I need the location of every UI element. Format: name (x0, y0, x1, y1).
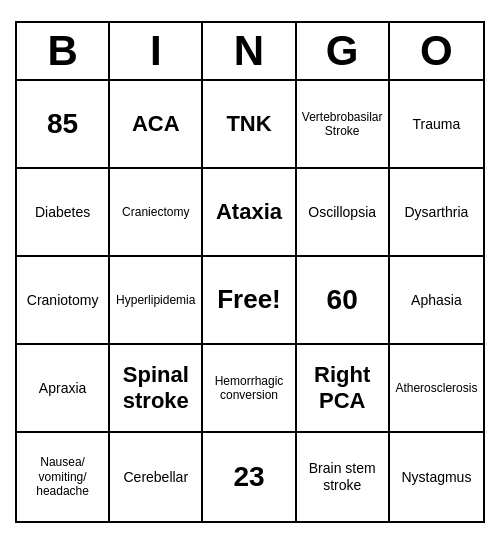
cell-label: Hemorrhagic conversion (207, 374, 290, 403)
header-letter: O (390, 23, 483, 79)
bingo-cell: Right PCA (297, 345, 390, 433)
cell-label: Spinal stroke (114, 362, 197, 415)
bingo-cell: Trauma (390, 81, 483, 169)
cell-label: Trauma (413, 116, 461, 133)
cell-label: Free! (217, 284, 281, 315)
header-letter: I (110, 23, 203, 79)
bingo-cell: Diabetes (17, 169, 110, 257)
bingo-cell: Craniectomy (110, 169, 203, 257)
bingo-cell: Cerebellar (110, 433, 203, 521)
bingo-cell: 85 (17, 81, 110, 169)
cell-label: Aphasia (411, 292, 462, 309)
cell-label: ACA (132, 111, 180, 137)
cell-label: TNK (226, 111, 271, 137)
cell-label: Oscillopsia (308, 204, 376, 221)
bingo-cell: Oscillopsia (297, 169, 390, 257)
bingo-cell: Free! (203, 257, 296, 345)
bingo-cell: Atherosclerosis (390, 345, 483, 433)
cell-label: Dysarthria (404, 204, 468, 221)
bingo-cell: Craniotomy (17, 257, 110, 345)
bingo-cell: Nystagmus (390, 433, 483, 521)
cell-label: Atherosclerosis (395, 381, 477, 395)
cell-label: Ataxia (216, 199, 282, 225)
cell-label: Right PCA (301, 362, 384, 415)
bingo-cell: Nausea/ vomiting/ headache (17, 433, 110, 521)
bingo-cell: Brain stem stroke (297, 433, 390, 521)
cell-label: 60 (327, 283, 358, 317)
bingo-cell: Ataxia (203, 169, 296, 257)
bingo-cell: Vertebrobasilar Stroke (297, 81, 390, 169)
cell-label: 23 (233, 460, 264, 494)
bingo-grid: 85ACATNKVertebrobasilar StrokeTraumaDiab… (17, 81, 483, 521)
cell-label: Brain stem stroke (301, 460, 384, 494)
bingo-card: BINGO 85ACATNKVertebrobasilar StrokeTrau… (15, 21, 485, 523)
bingo-cell: Dysarthria (390, 169, 483, 257)
bingo-cell: Aphasia (390, 257, 483, 345)
cell-label: Nausea/ vomiting/ headache (21, 455, 104, 498)
bingo-cell: 60 (297, 257, 390, 345)
cell-label: Nystagmus (401, 469, 471, 486)
cell-label: Hyperlipidemia (116, 293, 195, 307)
bingo-cell: Hyperlipidemia (110, 257, 203, 345)
bingo-cell: 23 (203, 433, 296, 521)
cell-label: Vertebrobasilar Stroke (301, 110, 384, 139)
bingo-cell: Hemorrhagic conversion (203, 345, 296, 433)
bingo-header: BINGO (17, 23, 483, 81)
cell-label: Cerebellar (123, 469, 188, 486)
bingo-cell: TNK (203, 81, 296, 169)
bingo-cell: Spinal stroke (110, 345, 203, 433)
header-letter: B (17, 23, 110, 79)
cell-label: Apraxia (39, 380, 86, 397)
cell-label: 85 (47, 107, 78, 141)
cell-label: Craniectomy (122, 205, 189, 219)
header-letter: N (203, 23, 296, 79)
bingo-cell: ACA (110, 81, 203, 169)
cell-label: Diabetes (35, 204, 90, 221)
cell-label: Craniotomy (27, 292, 99, 309)
bingo-cell: Apraxia (17, 345, 110, 433)
header-letter: G (297, 23, 390, 79)
